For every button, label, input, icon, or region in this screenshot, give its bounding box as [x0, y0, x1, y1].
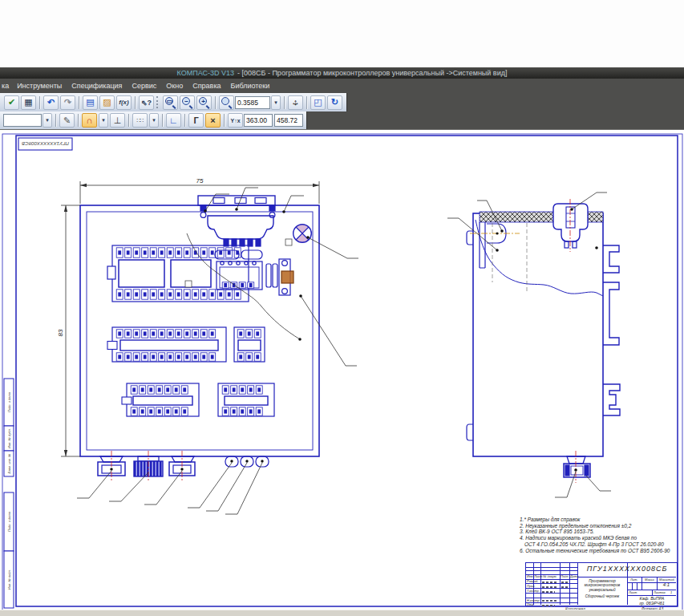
ortho-drawing-icon[interactable]: Г	[188, 113, 204, 128]
dsub-connector-top-view	[198, 196, 275, 246]
zoom-in-icon[interactable]: +	[196, 95, 212, 110]
grid-dropdown-icon[interactable]: ▾	[149, 113, 159, 128]
kompas-window: КОМПАС-3D V13 - [008СБ - Программатор ми…	[0, 67, 684, 616]
local-csys-icon[interactable]: ∟	[166, 113, 181, 128]
dip-socket-bottom-right	[218, 383, 274, 416]
menu-item-libraries[interactable]: Библиотеки	[226, 80, 275, 91]
grid-icon[interactable]: ∷∷	[132, 113, 148, 128]
coord-y-input[interactable]	[274, 114, 303, 127]
dip-socket-large	[107, 245, 249, 302]
dip-socket-mid-right	[234, 327, 265, 362]
round-coords-icon[interactable]: ×	[205, 113, 221, 128]
toolbar-separator	[215, 96, 216, 109]
edit-modes-icon[interactable]: ✎	[59, 113, 75, 128]
menu-item-service[interactable]: Сервис	[127, 80, 161, 91]
desktop-background	[0, 0, 684, 67]
centerlines-right-view	[470, 199, 576, 483]
fit-window-icon[interactable]: ◰	[310, 95, 326, 110]
signature-scribble	[542, 582, 557, 583]
toolbar-current-state-strip: ▾ ✎ ∩ ▾ ⊥ ∷∷ ▾ ∟ Г × Y↑x	[0, 111, 307, 129]
snap-magnet-icon[interactable]: ∩	[82, 113, 97, 128]
confirm-icon[interactable]: ✔	[4, 95, 19, 110]
zoom-selected-icon[interactable]	[219, 95, 234, 110]
menu-item-help[interactable]: Справка	[188, 80, 225, 91]
zoom-out-icon[interactable]: −	[180, 95, 195, 110]
menu-item-tools[interactable]: Инструменты	[12, 80, 67, 91]
svg-text:Подп. и дата: Подп. и дата	[7, 511, 11, 532]
signature-scribble	[542, 591, 555, 593]
toolbar-separator	[162, 114, 163, 127]
note-line: 1.* Размеры для справок	[520, 517, 670, 523]
pan-icon[interactable]: ↔↕	[288, 95, 303, 110]
rotated-doc-number: ПГУ1ХХХХХХ008СБ	[22, 141, 69, 147]
svg-text:Взам. инв. №: Взам. инв. №	[7, 453, 11, 473]
snap-dropdown-icon[interactable]: ▾	[99, 113, 108, 128]
toolbar-current-state: ▾ ✎ ∩ ▾ ⊥ ∷∷ ▾ ∟ Г × Y↑x	[0, 111, 684, 129]
zoom-area-icon[interactable]: ▭	[163, 95, 178, 110]
callout-leaders-right	[447, 192, 611, 497]
toolbar-separator	[306, 96, 307, 109]
title-block-name: Программатор микроконтроллеров универсал…	[577, 579, 627, 599]
perpendicular-snap-icon[interactable]: ⊥	[110, 113, 125, 128]
toolbar-drag-handle[interactable]	[156, 96, 160, 108]
toolbar-standard: ✔ ▦ ↶ ↷ ▤ ▨ f(x) ⇖? ▭ − + ▾ ↔↕	[0, 93, 684, 111]
undo-icon[interactable]: ↶	[43, 95, 59, 110]
document-properties-icon[interactable]: ▤	[83, 95, 98, 110]
cursor-coords-icon[interactable]: Y↑x	[228, 113, 243, 128]
dim-height: 83	[57, 329, 64, 336]
toolbar-separator	[135, 96, 136, 109]
toolbar-separator	[284, 96, 285, 109]
top-view	[80, 196, 319, 476]
signature-scribble	[561, 582, 569, 583]
note-line: 3. Клей ВК-9 ОСТ 895 1653-75.	[520, 529, 670, 535]
dsub-connector-side-view	[553, 204, 588, 248]
note-line: 6. Остальные технические требования по О…	[520, 548, 670, 554]
dim-width: 75	[196, 177, 204, 184]
bracket-with-crystal	[279, 259, 293, 295]
signature-scribble	[561, 586, 569, 588]
signature-scribble	[542, 600, 557, 602]
style-combo-input[interactable]	[3, 114, 42, 127]
spreadsheet-icon[interactable]: ▦	[21, 95, 36, 110]
toolbar-separator	[78, 114, 79, 127]
app-name: КОМПАС-3D V13	[177, 69, 234, 77]
dip-socket-bottom-left	[122, 383, 199, 416]
style-dropdown-icon[interactable]: ▾	[42, 113, 52, 128]
svg-text:Подп. и дата: Подп. и дата	[7, 391, 11, 412]
zoom-value-input[interactable]	[235, 96, 270, 109]
menu-item-partial[interactable]: ка	[0, 80, 12, 91]
side-connectors-right-edge	[603, 245, 620, 415]
side-view	[467, 204, 620, 477]
note-line: 2. Неуказанные предельные отклонения ±0,…	[520, 523, 670, 529]
toolbar-separator	[79, 96, 79, 109]
toolbar-standard-strip: ✔ ▦ ↶ ↷ ▤ ▨ f(x) ⇖? ▭ − + ▾ ↔↕	[0, 93, 347, 111]
drawing-canvas[interactable]: ПГУ1ХХХХХХ008СБ Подп. и дата Инв. № дубл…	[0, 129, 684, 610]
help-cursor-icon[interactable]: ⇖?	[139, 95, 154, 110]
refresh-view-icon[interactable]: ↻	[327, 95, 342, 110]
signature-scribble	[542, 605, 555, 606]
toolbar-separator	[184, 114, 185, 127]
menu-item-specification[interactable]: Спецификация	[67, 80, 127, 91]
screen: КОМПАС-3D V13 - [008СБ - Программатор ми…	[0, 0, 684, 616]
menu-bar: ка Инструменты Спецификация Сервис Окно …	[0, 79, 684, 93]
capacitors	[266, 264, 277, 287]
zoom-dropdown-icon[interactable]: ▾	[271, 95, 281, 110]
break-line	[476, 220, 603, 296]
redo-icon[interactable]: ↷	[60, 95, 75, 110]
note-line: ОСТ 4.ГО.054.205 ЧХ.П2. Шрифт 4-Пр 3 ГОС…	[520, 541, 670, 548]
new-object-icon[interactable]: ▨	[99, 95, 115, 110]
toolbar-separator	[128, 114, 129, 127]
title-block-doc-number: ПГУ1ХХХХХХ008СБ	[577, 565, 677, 573]
coord-x-input[interactable]	[244, 114, 273, 127]
side-bump-top	[467, 231, 473, 245]
toolbar-separator	[39, 96, 40, 109]
svg-text:Инв. № подл.: Инв. № подл.	[7, 569, 11, 590]
variables-fx-icon[interactable]: f(x)	[116, 95, 132, 110]
dip-socket-mid-left	[107, 327, 226, 362]
toolbar-separator	[224, 114, 225, 127]
rotated-doc-number-box: ПГУ1ХХХХХХ008СБ	[18, 138, 72, 150]
note-line: 4. Надписи маркировать краской МКЭ белая…	[520, 535, 670, 541]
menu-item-window[interactable]: Окно	[161, 80, 188, 91]
status-bar	[0, 610, 684, 616]
signature-scribble	[542, 586, 557, 588]
